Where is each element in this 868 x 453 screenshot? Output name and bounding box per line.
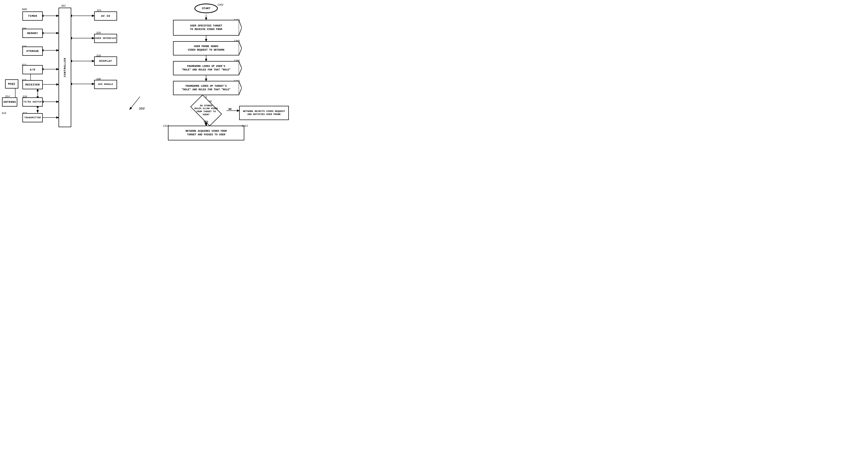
label-306-text: 306 <box>22 8 26 11</box>
memory-box: MEMORY <box>22 29 43 38</box>
svg-marker-27 <box>239 20 242 36</box>
notch-1306 <box>239 61 242 75</box>
arrows-svg <box>0 0 290 151</box>
main-diagram: 306 306 TIMER 308 MEMORY 310 STORAGE 312… <box>0 0 290 151</box>
gps-label: GPS MODULE <box>98 83 113 86</box>
label-318: 318 <box>2 112 6 115</box>
step-1310-box: NETWORK ACQUIRES VIDEO FROM TARGET AND P… <box>168 126 244 140</box>
step-1310-text: NETWORK ACQUIRES VIDEO FROM TARGET AND P… <box>186 129 227 137</box>
display-box: DISPLAY <box>94 57 117 66</box>
storage-box: STORAGE <box>22 46 43 56</box>
svg-marker-30 <box>239 81 242 95</box>
notch-1307 <box>239 81 242 95</box>
step-1306-text: FRAMEWORK LOOKS UP USER'S "ROLE" AND RUL… <box>182 65 230 72</box>
start-oval: START <box>194 4 218 13</box>
timer-label: TIMER <box>28 14 37 18</box>
svg-line-26 <box>130 97 140 109</box>
avio-label: AV IO <box>101 14 110 18</box>
start-label: START <box>202 7 210 10</box>
step-1307-box: FRAMEWORK LOOKS UP TARGET'S "ROLE" AND R… <box>173 81 239 95</box>
no-label: NO <box>228 108 231 111</box>
memory-label: MEMORY <box>27 32 38 35</box>
receiver-label: RECEIVER <box>26 83 40 86</box>
step-1312-text: NETWORK REJECTS VIDEO REQUEST AND NOTIFI… <box>243 110 285 116</box>
controller-box: CONTROLLER <box>59 8 71 127</box>
label-1302: 1302 <box>217 4 223 6</box>
display-label: DISPLAY <box>99 60 112 63</box>
ad-box: A/D <box>22 65 43 74</box>
step-1312-box: NETWORK REJECTS VIDEO REQUEST AND NOTIFI… <box>239 106 289 120</box>
svg-marker-28 <box>239 41 242 56</box>
txrx-label: TX/RX SWITCH <box>24 101 42 103</box>
label-1312: 1312 <box>242 125 248 127</box>
gps-box: GPS MODULE <box>94 80 117 89</box>
avio-box: AV IO <box>94 11 117 21</box>
antenna-label: ANTENNA <box>3 100 16 103</box>
transmitter-label: TRANSMITTER <box>24 117 41 119</box>
timer-box: TIMER <box>22 11 43 21</box>
ad-label: A/D <box>30 68 35 71</box>
txrx-box: TX/RX SWITCH <box>22 97 43 106</box>
receiver-box: RECEIVER <box>22 80 43 89</box>
step-1307-text: FRAMEWORK LOOKS UP TARGET'S "ROLE" AND R… <box>182 85 230 92</box>
rsqi-box: RSQI <box>5 79 18 89</box>
label-302: 302 <box>61 5 66 7</box>
step-1304-text: USER SPECIFIES TARGET TO RECEIVE VIDEO F… <box>190 24 222 31</box>
yes-label: YES <box>204 121 208 123</box>
transmitter-box: TRANSMITTER <box>22 113 43 122</box>
ref-arrow <box>125 97 145 112</box>
controller-label: CONTROLLER <box>63 58 66 77</box>
rsqi-label: RSQI <box>8 83 15 86</box>
notch-1305 <box>239 41 242 56</box>
ui-box: USER INTERFACE <box>94 34 117 43</box>
step-1305-box: USER PHONE SENDS VIDEO REQUEST TO NETWOR… <box>173 41 239 56</box>
step-1306-box: FRAMEWORK LOOKS UP USER'S "ROLE" AND RUL… <box>173 61 239 75</box>
step-1304-box: USER SPECIFIES TARGET TO RECEIVE VIDEO F… <box>173 20 239 36</box>
svg-marker-29 <box>239 61 242 75</box>
ui-label: USER INTERFACE <box>95 37 116 40</box>
storage-label: STORAGE <box>26 50 39 53</box>
antenna-box: ANTENNA <box>2 97 17 106</box>
notch-1304 <box>239 20 242 36</box>
step-1305-text: USER PHONE SENDS VIDEO REQUEST TO NETWOR… <box>188 45 224 52</box>
